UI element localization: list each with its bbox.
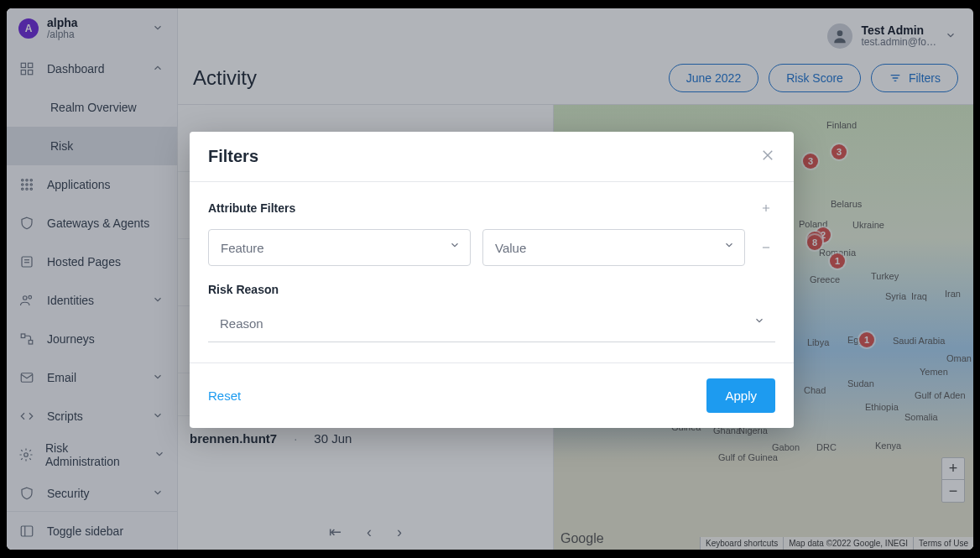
apply-button[interactable]: Apply bbox=[706, 378, 775, 413]
remove-attribute-button[interactable] bbox=[757, 238, 775, 257]
chevron-down-icon bbox=[449, 239, 462, 253]
close-button[interactable] bbox=[760, 148, 775, 166]
chevron-down-icon bbox=[753, 315, 767, 328]
reason-select[interactable]: Reason bbox=[208, 305, 775, 342]
reset-button[interactable]: Reset bbox=[208, 389, 241, 403]
feature-select[interactable]: Feature bbox=[208, 229, 471, 266]
filters-modal: Filters Attribute Filters Feature Value … bbox=[190, 132, 794, 428]
section-risk-reason: Risk Reason bbox=[208, 283, 775, 296]
chevron-down-icon bbox=[723, 239, 737, 253]
add-attribute-button[interactable] bbox=[757, 199, 775, 217]
value-select[interactable]: Value bbox=[482, 229, 745, 266]
modal-title: Filters bbox=[208, 147, 760, 166]
section-attribute-filters: Attribute Filters bbox=[208, 201, 757, 215]
